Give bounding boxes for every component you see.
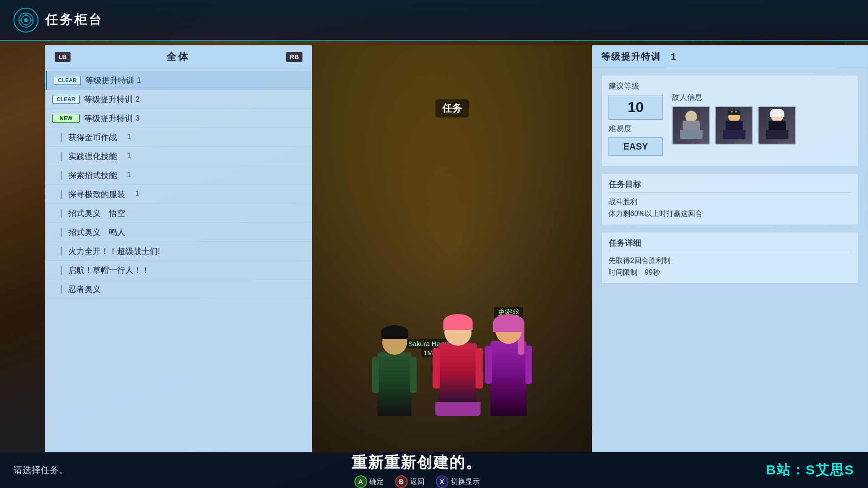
difficulty-value: EASY [609, 137, 663, 156]
mission-details-title: 任务详细 [609, 238, 851, 251]
sub-mission-num-2: 1 [120, 151, 131, 161]
character-sakura [439, 343, 477, 416]
enemy-portrait-1 [672, 106, 710, 145]
panel-header-title: 全体 [166, 50, 190, 64]
mission-item-2[interactable]: CLEAR 等级提升特训 2 [46, 90, 311, 109]
scene-mission-label: 任务 [435, 99, 469, 117]
sub-mission-name-5: 招式奥义 悟空 [68, 208, 125, 219]
level-enemy-section: 建议等级 10 难易度 EASY 敌人信息 [601, 75, 859, 166]
level-row: 建议等级 10 难易度 EASY 敌人信息 [609, 81, 851, 156]
mission-name-1: 等级提升特训 [85, 75, 134, 86]
sub-mission-3[interactable]: │ 探索招式技能 1 [46, 166, 311, 185]
mission-item-3[interactable]: NEW 等级提升特训 3 [46, 109, 311, 128]
bullet-7: │ [59, 247, 64, 255]
bullet-6: │ [59, 228, 64, 236]
b-button-icon: B [395, 475, 408, 488]
rb-button[interactable]: RB [286, 52, 302, 62]
bullet-9: │ [59, 285, 64, 293]
sub-mission-name-7: 火力全开！！超级战士们! [68, 246, 160, 257]
enemy-info-label: 敌人信息 [672, 92, 708, 103]
sub-mission-name-3: 探索招式技能 [68, 170, 117, 181]
mission-num-3: 3 [136, 114, 140, 122]
bullet-3: │ [59, 171, 64, 179]
bullet-4: │ [59, 190, 64, 198]
sub-mission-num-4: 1 [128, 189, 139, 199]
page-title: 任务柜台 [45, 11, 103, 28]
sub-mission-name-1: 获得金币作战 [68, 132, 117, 143]
bullet-1: │ [59, 133, 64, 141]
sub-mission-6[interactable]: │ 招式奥义 鸣人 [46, 223, 311, 242]
sub-mission-name-6: 招式奥义 鸣人 [68, 227, 125, 238]
x-button-icon: X [436, 475, 448, 488]
bottom-buttons: A 确定 B 返回 X 切换显示 [354, 475, 480, 488]
sub-mission-1[interactable]: │ 获得金币作战 1 [46, 128, 311, 147]
mission-name-3: 等级提升特训 [84, 113, 133, 124]
sub-mission-8[interactable]: │ 启航！草帽一行人！！ [46, 261, 311, 280]
back-button[interactable]: B 返回 [395, 475, 425, 488]
right-panel-title: 等级提升特训 1 [601, 51, 677, 63]
sub-mission-2[interactable]: │ 实践强化技能 1 [46, 147, 311, 166]
bullet-2: │ [59, 152, 64, 160]
sub-mission-name-4: 探寻极致的服装 [68, 189, 125, 200]
sub-mission-5[interactable]: │ 招式奥义 悟空 [46, 204, 311, 223]
top-bar: 任务柜台 [0, 0, 868, 41]
back-label: 返回 [410, 477, 425, 487]
sub-mission-name-2: 实践强化技能 [68, 151, 117, 162]
mission-list: CLEAR 等级提升特训 1 CLEAR 等级提升特训 2 NEW 等级提升特训… [46, 69, 311, 451]
sub-mission-name-9: 忍者奥义 [68, 284, 101, 295]
mission-badge-clear-1: CLEAR [54, 76, 81, 85]
mission-objective-section: 任务目标 战斗胜利体力剩60%以上时打赢这回合 [601, 173, 859, 225]
mission-num-2: 2 [136, 95, 140, 103]
toggle-label: 切换显示 [451, 477, 480, 487]
mission-objective-title: 任务目标 [609, 179, 851, 192]
lb-button[interactable]: LB [55, 52, 71, 62]
main-content: LB 全体 RB CLEAR 等级提升特训 1 CLEAR 等级提升特训 2 N… [45, 45, 868, 452]
bottom-left-text: 请选择任务。 [14, 464, 68, 476]
sub-mission-9[interactable]: │ 忍者奥义 [46, 280, 311, 299]
sub-mission-num-1: 1 [120, 132, 131, 142]
mission-name-2: 等级提升特训 [84, 94, 133, 105]
watermark: B站：S艾思S [766, 461, 854, 479]
mission-details-section: 任务详细 先取得2回合胜利制时间限制 99秒 [601, 232, 859, 284]
level-value: 10 [609, 95, 663, 120]
bottom-center-text: 重新重新创建的。 [352, 452, 482, 473]
right-panel-content: 建议等级 10 难易度 EASY 敌人信息 [592, 68, 868, 451]
mission-num-1: 1 [137, 76, 141, 84]
confirm-button[interactable]: A 确定 [354, 475, 384, 488]
bullet-5: │ [59, 209, 64, 217]
sub-mission-4[interactable]: │ 探寻极致的服装 1 [46, 185, 311, 204]
suggested-level-label: 建议等级 [609, 81, 645, 91]
bottom-bar: 请选择任务。 重新重新创建的。 A 确定 B 返回 X 切换显示 B站：S艾思S [0, 452, 868, 488]
mission-item-1[interactable]: CLEAR 等级提升特训 1 [46, 71, 311, 90]
sub-mission-7[interactable]: │ 火力全开！！超级战士们! [46, 242, 311, 261]
character-shimizu: 史密丝 [491, 341, 527, 416]
left-panel: LB 全体 RB CLEAR 等级提升特训 1 CLEAR 等级提升特训 2 N… [45, 45, 312, 452]
mission-icon [14, 8, 38, 33]
toggle-button[interactable]: X 切换显示 [436, 475, 480, 488]
enemy-portrait-3 [758, 106, 796, 145]
confirm-label: 确定 [369, 477, 384, 487]
left-panel-header: LB 全体 RB [46, 46, 311, 69]
character-ninja: 1Mk Sakura Haruno [377, 352, 411, 416]
mission-details-text: 先取得2回合胜利制时间限制 99秒 [609, 255, 851, 278]
bottom-center: 重新重新创建的。 A 确定 B 返回 X 切换显示 [68, 452, 766, 488]
enemy-portraits [672, 106, 796, 145]
sub-mission-num-3: 1 [120, 170, 131, 180]
sub-mission-name-8: 启航！草帽一行人！！ [68, 265, 150, 276]
svg-point-2 [24, 18, 28, 22]
mission-badge-clear-2: CLEAR [52, 95, 80, 104]
difficulty-label: 难易度 [609, 123, 645, 134]
bullet-8: │ [59, 266, 64, 274]
right-panel-header: 等级提升特训 1 [592, 46, 868, 68]
right-panel: 等级提升特训 1 建议等级 10 难易度 EASY 敌人信息 [592, 45, 868, 452]
enemy-portrait-2 [715, 106, 753, 145]
a-button-icon: A [354, 475, 367, 488]
mission-badge-new-3: NEW [52, 114, 80, 123]
middle-scene: 任务 1Mk Sakura Haruno [312, 45, 592, 452]
mission-objective-text: 战斗胜利体力剩60%以上时打赢这回合 [609, 196, 851, 219]
